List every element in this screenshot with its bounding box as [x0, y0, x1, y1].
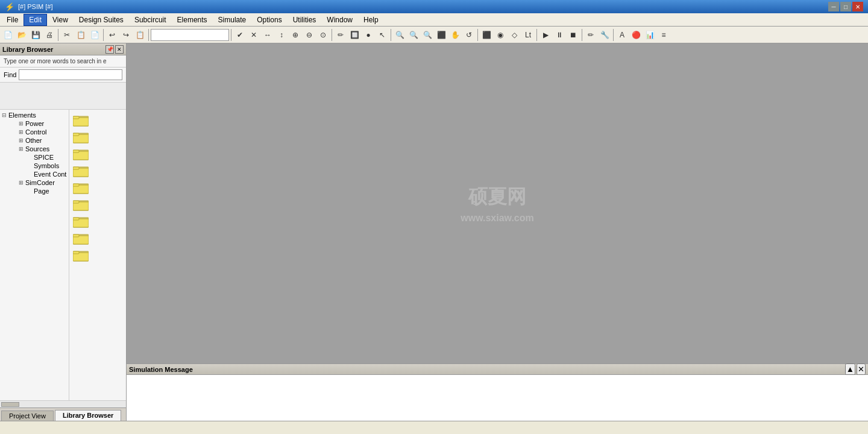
control-label: Control: [25, 128, 46, 136]
tb-x[interactable]: ✕: [247, 28, 260, 42]
tab-project-view[interactable]: Project View: [1, 410, 54, 421]
svg-rect-20: [73, 218, 79, 220]
menu-view[interactable]: View: [47, 14, 74, 26]
tb-open[interactable]: 📂: [15, 28, 28, 42]
menu-edit[interactable]: Edit: [24, 14, 47, 26]
tb-zoom-fit[interactable]: 🔍: [421, 28, 434, 42]
event-cont-label: Event Cont: [34, 171, 66, 178]
folder-5[interactable]: [72, 180, 90, 195]
tb-zoom-out[interactable]: 🔍: [407, 28, 420, 42]
menu-simulate[interactable]: Simulate: [213, 14, 252, 26]
tb-rotate[interactable]: ⊕: [289, 28, 302, 42]
tb-sep-7: [477, 29, 478, 41]
tb-ref[interactable]: 🔴: [629, 28, 643, 42]
menu-options[interactable]: Options: [251, 14, 287, 26]
scrollbar-thumb[interactable]: [1, 402, 19, 407]
tb-diamond[interactable]: ◇: [508, 28, 521, 42]
tb-recycle[interactable]: ↺: [462, 28, 476, 42]
tab-library-browser[interactable]: Library Browser: [55, 410, 121, 421]
tb-move[interactable]: ↔: [261, 28, 274, 42]
sim-close-button[interactable]: ✕: [857, 363, 866, 375]
folder-3[interactable]: [72, 146, 90, 162]
sidebar-pin-button[interactable]: 📌: [105, 45, 114, 54]
svg-rect-14: [73, 184, 79, 186]
tb-resize[interactable]: ↕: [275, 28, 288, 42]
tb-probe[interactable]: ✏: [584, 28, 597, 42]
folder-2[interactable]: [72, 129, 90, 145]
folder-9[interactable]: [72, 247, 90, 263]
status-bar: [0, 421, 868, 434]
tb-check[interactable]: ✔: [233, 28, 247, 42]
tb-new[interactable]: 📄: [1, 28, 14, 42]
tb-bus[interactable]: 🔲: [348, 28, 361, 42]
tree-item-spice[interactable]: SPICE: [0, 153, 69, 162]
folder-4[interactable]: [72, 163, 90, 178]
tb-circle[interactable]: ◉: [494, 28, 507, 42]
menu-design-suites[interactable]: Design Suites: [74, 14, 129, 26]
folder-6[interactable]: [72, 197, 90, 212]
tb-flip-v[interactable]: ⊙: [316, 28, 330, 42]
tb-cursor[interactable]: ↖: [376, 28, 389, 42]
sidebar-title: Library Browser: [2, 46, 53, 53]
menu-file[interactable]: File: [1, 14, 24, 26]
sources-expander: ⊞: [17, 146, 25, 152]
tb-cut[interactable]: ✂: [60, 28, 74, 42]
tb-text[interactable]: A: [615, 28, 629, 42]
tb-print[interactable]: 🖨: [43, 28, 56, 42]
tree-item-elements[interactable]: ⊟ Elements: [0, 111, 69, 119]
tb-flip-h[interactable]: ⊖: [303, 28, 316, 42]
control-expander: ⊞: [17, 129, 25, 135]
sim-btns: ▲ ✕: [845, 363, 866, 375]
tb-action[interactable]: 📋: [133, 28, 146, 42]
tb-stop[interactable]: ⏹: [567, 28, 580, 42]
sim-header: Simulation Message ▲ ✕: [127, 364, 868, 375]
tree-item-event-cont[interactable]: Event Cont: [0, 170, 69, 178]
tb-table[interactable]: 📊: [643, 28, 656, 42]
tree-item-page[interactable]: Page: [0, 187, 69, 195]
tree-item-other[interactable]: ⊞ Other: [0, 136, 69, 145]
tb-node[interactable]: ●: [362, 28, 375, 42]
tb-zoom-in[interactable]: 🔍: [393, 28, 406, 42]
sidebar-close-button[interactable]: ✕: [115, 45, 124, 54]
menu-window[interactable]: Window: [321, 14, 358, 26]
tb-play[interactable]: ▶: [539, 28, 552, 42]
svg-rect-17: [73, 201, 79, 203]
menu-utilities[interactable]: Utilities: [288, 14, 322, 26]
tb-more[interactable]: ≡: [657, 28, 670, 42]
tb-paste[interactable]: 📄: [88, 28, 101, 42]
folder-7[interactable]: [72, 213, 90, 229]
tb-sep-9: [582, 29, 582, 41]
tb-save[interactable]: 💾: [29, 28, 42, 42]
canvas-area[interactable]: 硕夏网 www.sxiaw.com: [127, 43, 868, 363]
tb-redo[interactable]: ↪: [119, 28, 133, 42]
find-input[interactable]: [19, 69, 122, 80]
maximize-button[interactable]: □: [840, 2, 851, 11]
menu-help[interactable]: Help: [358, 14, 384, 26]
tb-copy[interactable]: 📋: [74, 28, 87, 42]
tb-dropdown[interactable]: [151, 29, 229, 41]
folder-8[interactable]: [72, 230, 90, 246]
tb-probe2[interactable]: 🔧: [598, 28, 611, 42]
tb-sep-10: [613, 29, 614, 41]
tb-rect[interactable]: ⬛: [480, 28, 493, 42]
tb-hand[interactable]: ✋: [448, 28, 462, 42]
menu-subcircuit[interactable]: Subcircuit: [129, 14, 172, 26]
folder-1[interactable]: [72, 112, 90, 128]
tb-wire[interactable]: ✏: [334, 28, 347, 42]
tb-box[interactable]: ⬛: [435, 28, 448, 42]
tree-item-simcoder[interactable]: ⊞ SimCoder: [0, 178, 69, 187]
sim-content: [127, 375, 868, 421]
sim-scroll-up[interactable]: ▲: [845, 363, 855, 375]
close-button[interactable]: ✕: [852, 2, 863, 11]
tree-item-symbols[interactable]: Symbols: [0, 162, 69, 170]
tree-scrollbar[interactable]: [0, 400, 126, 407]
menu-elements[interactable]: Elements: [172, 14, 213, 26]
tb-pause[interactable]: ⏸: [553, 28, 566, 42]
tree-item-control[interactable]: ⊞ Control: [0, 128, 69, 136]
tb-undo[interactable]: ↩: [105, 28, 119, 42]
tree-item-sources[interactable]: ⊞ Sources: [0, 145, 69, 153]
minimize-button[interactable]: ─: [828, 2, 839, 11]
find-label: Find: [4, 71, 16, 78]
tb-lt[interactable]: Lt: [521, 28, 535, 42]
tree-item-power[interactable]: ⊞ Power: [0, 119, 69, 128]
